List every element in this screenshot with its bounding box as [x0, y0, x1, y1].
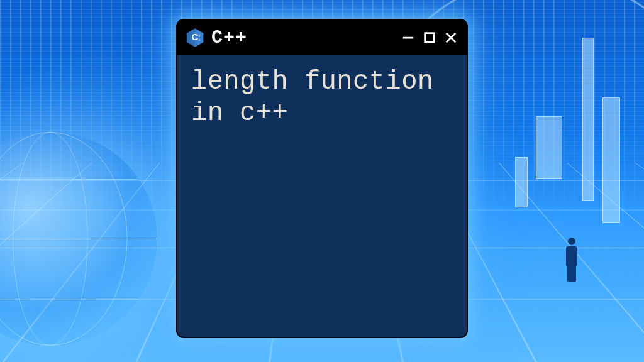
maximize-button[interactable]	[423, 31, 436, 45]
titlebar: C + + C++	[177, 20, 467, 55]
bg-bar	[582, 38, 594, 201]
minimize-button[interactable]	[401, 31, 415, 45]
window-controls	[401, 31, 458, 45]
svg-rect-6	[425, 33, 435, 43]
svg-text:C: C	[192, 32, 199, 42]
bg-bar	[602, 97, 620, 223]
bg-bar	[536, 116, 562, 179]
bg-bar	[515, 157, 528, 207]
close-button[interactable]	[444, 31, 458, 45]
cpp-icon: C + +	[185, 28, 205, 48]
window-title: C++	[211, 27, 247, 48]
terminal-window: C + + C++ length function in c++	[177, 20, 467, 337]
person-silhouette	[562, 238, 581, 282]
terminal-content: length function in c++	[177, 55, 467, 140]
